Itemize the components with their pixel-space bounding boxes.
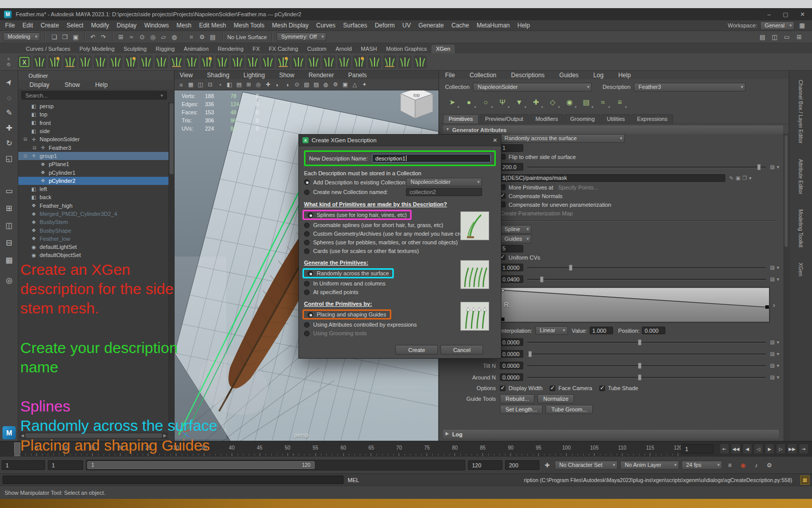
minimize-button[interactable]: – bbox=[767, 11, 770, 18]
four-pane-toggle-icon[interactable]: ⊞ bbox=[794, 32, 804, 42]
snap-view-plane-icon[interactable]: ▱ bbox=[159, 32, 168, 42]
menu-edit[interactable]: Edit bbox=[22, 22, 33, 29]
shelf-tab-fx-caching[interactable]: FX Caching bbox=[264, 45, 302, 53]
fps-selector[interactable]: 24 fps bbox=[682, 461, 722, 469]
command-input[interactable] bbox=[3, 475, 344, 484]
anim-preferences-icon[interactable]: ⚙ bbox=[764, 460, 774, 470]
xgen-shelf-icon-26[interactable] bbox=[398, 55, 412, 69]
layout-hypershade-icon[interactable]: ▦ bbox=[3, 253, 16, 267]
shelf-tab-animation[interactable]: Animation bbox=[179, 45, 213, 53]
new-collection-name-input[interactable]: collection2 bbox=[406, 188, 482, 196]
mask-path-field[interactable]: ${DESC}/paintmaps/mask bbox=[500, 174, 725, 182]
xgen-shelf-icon-27[interactable] bbox=[413, 55, 427, 69]
attr-options-caret-icon[interactable]: ▾ bbox=[776, 351, 779, 357]
menu-create[interactable]: Create bbox=[41, 22, 59, 29]
viewport-toolbar-icon-5[interactable]: ◔ bbox=[215, 80, 224, 89]
xgen-tab-modifiers[interactable]: Modifiers bbox=[530, 114, 564, 123]
attr-value-field[interactable]: 1 bbox=[500, 144, 523, 152]
xgen-menu-collection[interactable]: Collection bbox=[469, 72, 496, 79]
menu-display[interactable]: Display bbox=[117, 22, 137, 29]
save-map-icon[interactable]: ▣ bbox=[735, 175, 740, 181]
animation-end-field[interactable]: 200 bbox=[505, 460, 539, 470]
radio-option-at-specified-points[interactable]: At specified points bbox=[304, 289, 496, 296]
current-frame-field[interactable]: 1 bbox=[681, 444, 714, 454]
viewport-toolbar-icon-7[interactable]: ▤ bbox=[234, 80, 244, 89]
command-language-toggle[interactable]: MEL bbox=[348, 477, 359, 483]
shelf-tab-curves-surfaces[interactable]: Curves / Surfaces bbox=[21, 45, 75, 53]
radio-button[interactable] bbox=[304, 281, 310, 287]
shelf-menu-icon[interactable]: ≡ bbox=[7, 56, 10, 61]
attr-map-icon[interactable]: ▨ bbox=[770, 374, 774, 380]
character-set-selector[interactable]: No Character Set bbox=[555, 461, 618, 469]
mute-icon[interactable]: ♪ bbox=[751, 460, 761, 470]
viewport-toolbar-icon-17[interactable]: ⚙ bbox=[331, 80, 340, 89]
checkbox-tube-shade[interactable] bbox=[599, 386, 605, 391]
xgen-shelf-icon-7[interactable] bbox=[109, 55, 123, 69]
side-tab-attribute-editor[interactable]: Attribute Editor bbox=[798, 159, 804, 194]
xgen-shelf-icon-20[interactable] bbox=[307, 55, 321, 69]
xgen-shelf-icon-25[interactable] bbox=[383, 55, 397, 69]
menu-set-selector[interactable]: Modeling bbox=[3, 33, 40, 41]
outliner-item-feather-low[interactable]: ❖Feather_low bbox=[18, 235, 168, 243]
attr-map-icon[interactable]: ▨ bbox=[770, 339, 774, 345]
layout-four-pane-icon[interactable]: ⊞ bbox=[3, 202, 16, 215]
play-backwards-button[interactable]: ◁ bbox=[754, 443, 763, 454]
description-name-input[interactable]: description1 bbox=[372, 154, 491, 163]
tube-groom-button[interactable]: Tube Groom... bbox=[546, 405, 593, 414]
attr-value-field[interactable]: 0.0000 bbox=[500, 373, 523, 381]
attr-value-field[interactable]: 200.0 bbox=[500, 163, 523, 171]
xgen-shelf-icon-13[interactable] bbox=[200, 55, 214, 69]
playback-options-icon[interactable]: ≡ bbox=[725, 460, 735, 470]
viewport-toolbar-icon-10[interactable]: ✚ bbox=[263, 80, 273, 89]
shelf-tab-custom[interactable]: Custom bbox=[302, 45, 331, 53]
attr-options-caret-icon[interactable]: ▾ bbox=[776, 363, 779, 368]
range-slider[interactable]: 1 120 bbox=[86, 460, 465, 470]
step-forward-frame-button[interactable]: ▶▶ bbox=[787, 443, 797, 454]
attr-value-field[interactable]: 5 bbox=[500, 245, 523, 252]
radio-option-add-to-existing-collection[interactable]: Add Description to existing Collection: … bbox=[304, 178, 496, 186]
layout-single-pane-icon[interactable]: ▭ bbox=[3, 184, 16, 198]
radio-button[interactable] bbox=[304, 179, 310, 185]
xgen-shelf-icon-17[interactable] bbox=[261, 55, 275, 69]
viewport-toolbar-icon-3[interactable]: ◫ bbox=[196, 80, 205, 89]
outliner-menu-display[interactable]: Display bbox=[29, 81, 49, 88]
attr-map-icon[interactable]: ▨ bbox=[770, 363, 774, 368]
dialog-title-bar[interactable]: X Create XGen Description ✕ bbox=[299, 135, 501, 146]
attr-map-icon[interactable]: ▨ bbox=[770, 265, 774, 270]
viewport-toolbar-icon-11[interactable]: ◐ bbox=[273, 80, 282, 89]
go-to-end-button[interactable]: ⇥ bbox=[799, 443, 808, 454]
attr-value-field[interactable]: 0.0000 bbox=[500, 338, 523, 346]
browse-folder-icon[interactable]: ❒ bbox=[742, 175, 747, 181]
menu-curves[interactable]: Curves bbox=[316, 22, 335, 29]
viewport-menu-panels[interactable]: Panels bbox=[348, 72, 367, 79]
viewport-toolbar-icon-19[interactable]: △ bbox=[350, 80, 359, 89]
xgen-update-preview-icon[interactable]: Ψ▾ bbox=[496, 97, 509, 108]
outliner-item-busbyshape[interactable]: ❖BusbyShape bbox=[18, 226, 168, 234]
scrollbar-thumb[interactable] bbox=[170, 103, 174, 174]
radio-button[interactable] bbox=[304, 290, 310, 295]
xgen-shelf-icon-18[interactable] bbox=[276, 55, 290, 69]
shelf-tab-sculpting[interactable]: Sculpting bbox=[119, 45, 151, 53]
xgen-tab-preview-output[interactable]: Preview/Output bbox=[480, 114, 529, 123]
radio-button[interactable] bbox=[304, 189, 310, 195]
menu-select[interactable]: Select bbox=[66, 22, 83, 29]
outliner-item-pplane1[interactable]: ❖pPlane1 bbox=[18, 160, 168, 168]
xgen-preview-refresh-icon[interactable]: ●▾ bbox=[463, 97, 475, 108]
menu-generate[interactable]: Generate bbox=[418, 22, 444, 29]
xgen-attributes-icon[interactable]: ▤▾ bbox=[580, 97, 592, 108]
guides-dropdown[interactable]: Guides bbox=[500, 235, 531, 243]
scrollbar-thumb[interactable] bbox=[25, 433, 162, 438]
xgen-shelf-icon-15[interactable] bbox=[230, 55, 245, 69]
animation-start-field[interactable]: 1 bbox=[2, 460, 45, 470]
xgen-shelf-icon-6[interactable] bbox=[93, 55, 108, 69]
workspace-selector[interactable]: General bbox=[760, 21, 794, 30]
shelf-tab-xgen[interactable]: XGen bbox=[431, 45, 455, 53]
menu-modify[interactable]: Modify bbox=[91, 22, 109, 29]
description-selector[interactable]: Feather3 bbox=[634, 83, 746, 91]
xgen-create-guide-icon[interactable]: ✚▾ bbox=[530, 97, 542, 108]
slider-handle[interactable] bbox=[540, 276, 544, 282]
side-tab-modeling-toolkit[interactable]: Modeling Toolkit bbox=[798, 209, 804, 247]
select-tool-icon[interactable]: ➤ bbox=[0, 73, 18, 91]
shelf-gear-icon[interactable]: ⚙ bbox=[7, 62, 11, 67]
xgen-shelf-icon-3[interactable] bbox=[48, 55, 62, 69]
